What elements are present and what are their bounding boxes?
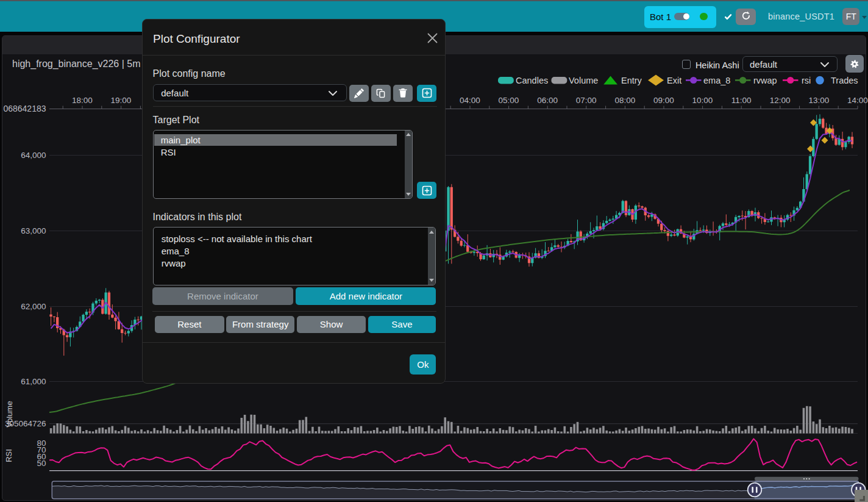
svg-text:64,000: 64,000: [21, 151, 46, 160]
svg-text:13:00: 13:00: [808, 96, 829, 105]
svg-text:high_frog_binance_v226 | 5m: high_frog_binance_v226 | 5m: [12, 59, 141, 70]
svg-text:19:00: 19:00: [111, 96, 132, 105]
svg-text:11:00: 11:00: [731, 96, 752, 105]
svg-text:Trades: Trades: [831, 76, 858, 85]
svg-text:068642183: 068642183: [3, 104, 46, 113]
svg-text:09:00: 09:00: [653, 96, 674, 105]
svg-text:RSI: RSI: [4, 449, 13, 462]
svg-text:63,000: 63,000: [21, 226, 46, 235]
svg-text:61,000: 61,000: [21, 377, 46, 386]
svg-text:08:00: 08:00: [614, 96, 635, 105]
svg-text:07:00: 07:00: [576, 96, 597, 105]
svg-text:Entry: Entry: [621, 76, 642, 85]
svg-text:05:00: 05:00: [499, 96, 519, 105]
svg-text:06:00: 06:00: [537, 96, 558, 105]
svg-text:14:00: 14:00: [847, 96, 868, 105]
svg-text:Volume: Volume: [569, 76, 598, 85]
svg-text:50: 50: [37, 459, 46, 468]
svg-text:62,000: 62,000: [21, 302, 46, 311]
svg-text:rsi: rsi: [802, 76, 811, 85]
svg-text:04:00: 04:00: [460, 96, 480, 105]
svg-text:ema_8: ema_8: [703, 76, 730, 85]
svg-text:10:00: 10:00: [692, 96, 713, 105]
svg-text:Candles: Candles: [516, 76, 548, 85]
svg-text:18:00: 18:00: [72, 96, 93, 105]
svg-text:12:00: 12:00: [770, 96, 791, 105]
svg-text:rvwap: rvwap: [753, 76, 777, 85]
svg-text:Volume: Volume: [5, 401, 14, 427]
svg-text:Exit: Exit: [667, 76, 681, 85]
